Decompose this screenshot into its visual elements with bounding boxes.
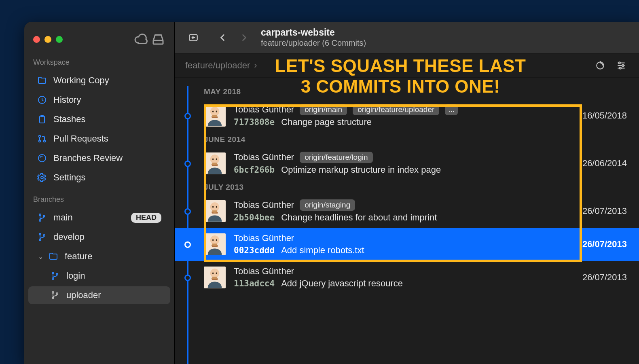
ref-tag[interactable]: origin/feature/uploader	[353, 104, 439, 115]
sidebar-item-settings[interactable]: Settings	[28, 169, 170, 186]
main-panel: carparts-website feature/uploader (6 Com…	[175, 22, 639, 364]
clipboard-icon	[37, 114, 47, 124]
breadcrumb[interactable]: feature/uploader	[185, 60, 250, 71]
branch-folder-label: feature	[65, 251, 93, 262]
svg-point-41	[210, 269, 220, 278]
folder-icon	[49, 252, 58, 261]
ref-tag-more[interactable]: ...	[445, 104, 458, 115]
commit-date: 26/07/2013	[574, 206, 627, 216]
sidebar-item-label: Settings	[53, 172, 86, 183]
graph-node	[184, 275, 191, 281]
nav-forward-button[interactable]	[236, 30, 252, 46]
ref-tag[interactable]: origin/main	[300, 104, 347, 115]
svg-point-16	[56, 273, 58, 275]
refresh-button[interactable]	[593, 58, 607, 73]
close-window-button[interactable]	[33, 36, 40, 43]
graph-node	[184, 161, 191, 167]
window-controls	[33, 36, 63, 43]
commit-row[interactable]: Tobias Günther origin/main origin/featur…	[175, 99, 639, 133]
svg-point-17	[52, 292, 54, 293]
repo-title: carparts-website	[261, 27, 366, 38]
svg-point-25	[210, 107, 220, 116]
commit-author: Tobias Günther	[234, 266, 294, 277]
commit-row[interactable]: Tobias Günther 0023cddd Add simple robot…	[175, 228, 639, 261]
pull-request-icon	[37, 134, 47, 144]
date-group-header: JULY 2013	[175, 180, 639, 195]
svg-point-27	[212, 110, 214, 112]
nav-back-button[interactable]	[215, 30, 231, 46]
branch-label: main	[53, 212, 73, 223]
sidebar-item-stashes[interactable]: Stashes	[28, 110, 170, 128]
commit-row[interactable]: Tobias Günther 113adcc4 Add jQuery javas…	[175, 261, 639, 294]
svg-point-44	[216, 272, 217, 274]
avatar	[204, 152, 226, 174]
svg-point-13	[43, 235, 45, 236]
svg-point-29	[210, 154, 220, 164]
svg-point-43	[212, 272, 214, 274]
svg-point-14	[52, 272, 54, 274]
commit-hash: 6bcf266b	[234, 165, 275, 175]
commit-date: 26/07/2013	[574, 239, 627, 250]
commit-row[interactable]: Tobias Günther origin/feature/login 6bcf…	[175, 147, 639, 180]
branch-item-main[interactable]: main HEAD	[28, 209, 170, 226]
branch-folder-feature[interactable]: ⌄ feature	[28, 248, 170, 265]
svg-point-9	[39, 220, 41, 221]
svg-point-40	[216, 239, 217, 241]
commit-message: Change page structure	[281, 117, 372, 127]
filter-button[interactable]	[614, 58, 628, 73]
svg-point-8	[39, 214, 41, 216]
drive-icon[interactable]	[151, 32, 165, 46]
avatar	[204, 233, 226, 255]
zoom-window-button[interactable]	[56, 36, 63, 43]
chevron-right-icon: ›	[254, 60, 257, 71]
commit-author: Tobias Günther	[234, 104, 294, 115]
sidebar-item-working-copy[interactable]: Working Copy	[28, 72, 170, 89]
svg-point-24	[620, 67, 621, 69]
svg-point-11	[39, 233, 41, 235]
branch-icon	[50, 271, 60, 281]
svg-point-31	[212, 158, 214, 160]
commit-date: 26/07/2013	[574, 272, 627, 283]
svg-point-22	[619, 62, 620, 63]
sidebar-item-label: Branches Review	[53, 153, 123, 163]
sidebar-item-label: Stashes	[53, 114, 86, 125]
graph-node	[184, 241, 191, 248]
commit-author: Tobias Günther	[234, 233, 294, 243]
sidebar-item-label: History	[53, 95, 81, 105]
svg-point-33	[210, 202, 220, 212]
svg-point-5	[44, 140, 45, 142]
branch-item-develop[interactable]: develop	[28, 228, 170, 246]
chevron-down-icon: ⌄	[37, 253, 44, 260]
commit-hash: 7173808e	[234, 117, 275, 127]
repo-header: carparts-website feature/uploader (6 Com…	[261, 27, 366, 49]
branch-label: develop	[53, 232, 85, 242]
sidebar-item-history[interactable]: History	[28, 91, 170, 109]
svg-point-39	[212, 239, 214, 241]
branch-item-uploader[interactable]: uploader	[28, 286, 170, 304]
sidebar-item-pull-requests[interactable]: Pull Requests	[28, 130, 170, 148]
branch-item-login[interactable]: login	[28, 267, 170, 285]
cloud-icon[interactable]	[134, 32, 148, 46]
repo-subtitle: feature/uploader (6 Commits)	[261, 38, 366, 48]
avatar	[204, 105, 226, 127]
commit-message: Optimize markup structure in index page	[281, 165, 441, 175]
svg-point-35	[212, 206, 214, 207]
svg-point-32	[216, 158, 217, 160]
ref-tag[interactable]: origin/staging	[300, 199, 355, 211]
minimize-window-button[interactable]	[44, 36, 51, 43]
back-to-repo-button[interactable]	[185, 30, 201, 46]
commit-hash: 0023cddd	[234, 245, 275, 255]
svg-point-23	[622, 64, 624, 66]
branches-section-label: Branches	[24, 193, 174, 208]
commit-hash: 2b504bee	[234, 213, 275, 222]
commit-date: 26/06/2014	[574, 158, 627, 169]
ref-tag[interactable]: origin/feature/login	[300, 152, 372, 163]
branch-icon	[50, 290, 60, 300]
commit-message: Add simple robots.txt	[281, 245, 364, 256]
review-icon	[37, 153, 47, 163]
commit-row[interactable]: Tobias Günther origin/staging 2b504bee C…	[175, 195, 639, 228]
commit-message: Add jQuery javascript resource	[281, 278, 403, 289]
sidebar-item-branches-review[interactable]: Branches Review	[28, 149, 170, 167]
svg-point-28	[216, 110, 217, 112]
titlebar	[24, 29, 174, 56]
